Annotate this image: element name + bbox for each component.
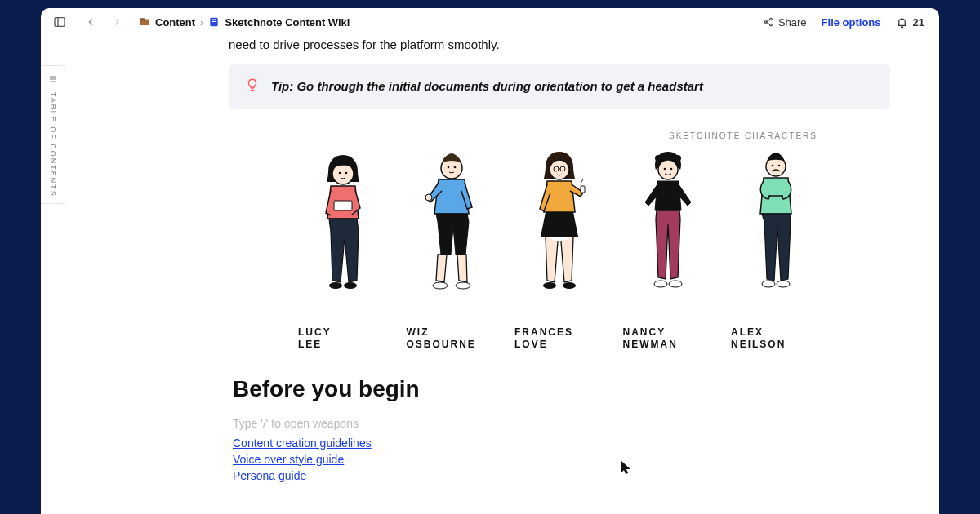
svg-point-44 (762, 281, 775, 287)
svg-point-15 (332, 163, 354, 184)
svg-point-38 (670, 167, 672, 170)
svg-point-39 (654, 281, 667, 287)
tip-text: Tip: Go through the initial documents du… (271, 79, 703, 93)
nav-back-icon[interactable] (82, 13, 100, 31)
svg-point-36 (658, 160, 678, 179)
section-title: Before you begin (233, 376, 890, 402)
tip-callout: Tip: Go through the initial documents du… (229, 64, 890, 109)
character-illustration (411, 145, 492, 308)
page-icon (208, 16, 220, 28)
character-alex: ALEXNEILSON (731, 145, 821, 352)
breadcrumb: Content › Sketchnote Content Wiki (139, 16, 350, 29)
characters-section: SKETCHNOTE CHARACTERS (298, 131, 821, 352)
sidebar-toggle-icon[interactable] (51, 13, 69, 31)
breadcrumb-page[interactable]: Sketchnote Content Wiki (225, 16, 350, 29)
svg-point-35 (675, 155, 681, 162)
content-area: need to drive processes for the platform… (229, 36, 890, 514)
svg-point-40 (669, 281, 682, 287)
character-name: NANCYNEWMAN (623, 326, 713, 352)
svg-point-19 (329, 282, 342, 289)
svg-rect-0 (55, 18, 65, 27)
svg-point-7 (764, 21, 767, 24)
character-illustration (306, 145, 380, 308)
link-content-guidelines[interactable]: Content creation guidelines (233, 436, 372, 450)
character-name: ALEXNEILSON (731, 326, 821, 352)
breadcrumb-sep: › (200, 16, 203, 29)
bell-icon (896, 16, 908, 29)
svg-point-34 (655, 155, 662, 162)
list-item: Voice over style guide (233, 453, 890, 466)
character-illustration (627, 145, 709, 308)
character-name: FRANCESLOVE (514, 326, 604, 352)
intro-paragraph: need to drive processes for the platform… (229, 36, 890, 55)
share-label: Share (778, 16, 807, 29)
svg-point-24 (425, 194, 432, 201)
notifications[interactable]: 21 (896, 16, 924, 29)
svg-point-8 (770, 18, 773, 20)
file-options-button[interactable]: File options (822, 16, 881, 29)
nav-forward-icon[interactable] (108, 13, 126, 31)
topbar-left: Content › Sketchnote Content Wiki (51, 13, 350, 31)
share-button[interactable]: Share (763, 16, 807, 29)
svg-point-27 (550, 160, 569, 179)
topbar-right: Share File options 21 (763, 16, 924, 29)
svg-point-32 (543, 282, 556, 289)
nav-arrows (82, 13, 126, 31)
svg-point-16 (339, 171, 341, 174)
slash-hint[interactable]: Type '/' to open weapons (233, 417, 890, 430)
svg-point-26 (456, 282, 470, 289)
breadcrumb-root[interactable]: Content (155, 16, 195, 29)
character-wiz: WIZOSBOURNE (407, 145, 497, 352)
toc-label: TABLE OF CONTENTS (49, 92, 57, 197)
characters-row: LUCYLEE (298, 145, 821, 352)
svg-point-17 (345, 171, 348, 174)
list-item: + ⠿ Content creation guidelines (233, 436, 890, 450)
svg-point-42 (772, 164, 774, 166)
svg-line-10 (767, 20, 770, 21)
svg-point-20 (344, 282, 357, 289)
folder-icon (139, 16, 150, 28)
svg-rect-3 (140, 18, 145, 20)
character-name: WIZOSBOURNE (407, 326, 497, 352)
svg-rect-18 (334, 201, 352, 210)
app-window: Content › Sketchnote Content Wiki Share … (41, 8, 939, 514)
character-illustration (739, 145, 813, 308)
list-item: Persona guide (233, 469, 890, 482)
characters-caption: SKETCHNOTE CHARACTERS (298, 131, 821, 140)
links-list: + ⠿ Content creation guidelines Voice ov… (233, 436, 890, 482)
toc-tab[interactable]: TABLE OF CONTENTS (41, 65, 65, 204)
svg-rect-6 (212, 21, 217, 22)
character-illustration (519, 145, 600, 308)
character-name: LUCYLEE (298, 326, 388, 352)
svg-point-45 (777, 281, 790, 287)
svg-rect-31 (581, 186, 585, 193)
link-voice-style-guide[interactable]: Voice over style guide (233, 453, 344, 466)
character-nancy: NANCYNEWMAN (623, 145, 713, 352)
svg-rect-5 (212, 20, 217, 20)
svg-point-33 (563, 282, 576, 289)
toc-icon (48, 74, 58, 86)
topbar: Content › Sketchnote Content Wiki Share … (41, 8, 939, 36)
svg-point-9 (770, 24, 773, 26)
svg-point-23 (453, 166, 456, 168)
intro-text: need to drive processes for the platform… (229, 38, 500, 51)
link-persona-guide[interactable]: Persona guide (233, 469, 306, 482)
lightbulb-icon (245, 78, 260, 95)
character-frances: FRANCESLOVE (514, 145, 604, 352)
svg-point-43 (778, 164, 781, 166)
svg-line-11 (767, 23, 770, 24)
svg-point-25 (433, 282, 448, 289)
svg-point-22 (447, 166, 449, 168)
notification-count: 21 (913, 16, 924, 29)
svg-point-37 (663, 167, 666, 170)
character-lucy: LUCYLEE (298, 145, 388, 352)
